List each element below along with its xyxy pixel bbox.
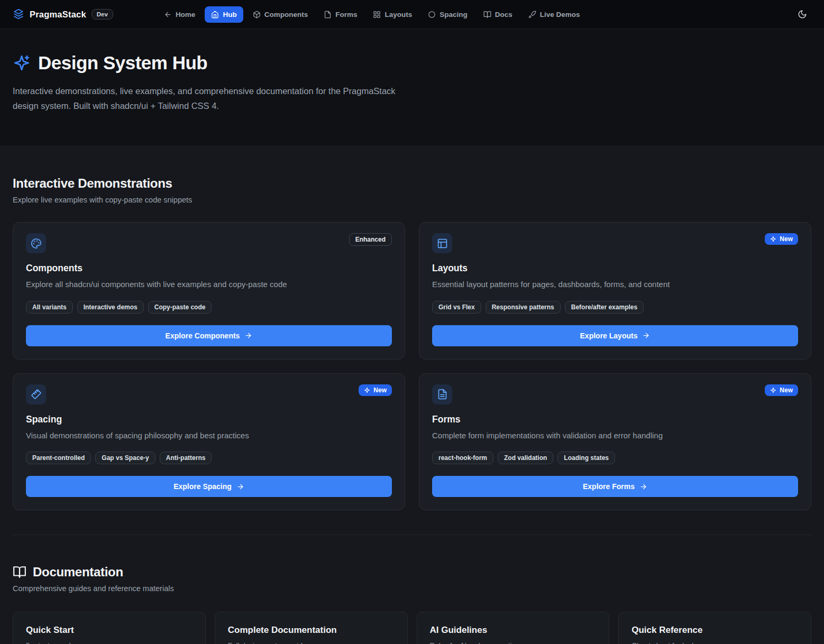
- card-description: Explore all shadcn/ui components with li…: [26, 279, 392, 291]
- sparkles-icon: [13, 54, 31, 72]
- tag: Parent-controlled: [26, 452, 91, 464]
- nav-item-layouts[interactable]: Layouts: [367, 6, 418, 23]
- panels-icon: [432, 233, 452, 253]
- book-open-icon: [13, 565, 26, 579]
- demo-card-grid: Enhanced Components Explore all shadcn/u…: [13, 222, 811, 510]
- doc-card-title: AI Guidelines: [430, 625, 597, 636]
- card-description: Complete form implementations with valid…: [432, 430, 798, 442]
- book-open-icon: [483, 11, 491, 19]
- doc-card-quick-reference[interactable]: Quick Reference Cheat sheet for lookups: [618, 612, 811, 644]
- tag-row: All variants Interactive demos Copy-past…: [26, 301, 392, 314]
- hero-section: Design System Hub Interactive demonstrat…: [0, 29, 824, 146]
- file-text-icon: [432, 384, 452, 404]
- nav-item-components[interactable]: Components: [246, 6, 315, 23]
- demos-section-subtitle: Explore live examples with copy-paste co…: [13, 196, 811, 204]
- tag: All variants: [26, 301, 73, 314]
- explore-layouts-button[interactable]: Explore Layouts: [432, 325, 798, 346]
- sparkles-icon: [770, 236, 776, 242]
- doc-card-title: Quick Start: [26, 625, 193, 636]
- demos-section-title: Interactive Demonstrations: [13, 176, 811, 191]
- card-title: Components: [26, 263, 392, 274]
- tag: react-hook-form: [432, 452, 493, 464]
- tag-row: react-hook-form Zod validation Loading s…: [432, 452, 798, 464]
- new-badge: New: [359, 384, 392, 396]
- cta-label: Explore Layouts: [580, 332, 638, 340]
- arrow-right-icon: [642, 332, 650, 339]
- tag: Zod validation: [498, 452, 553, 464]
- section-divider: [13, 535, 811, 535]
- nav-item-hub[interactable]: Hub: [205, 6, 243, 23]
- cta-label: Explore Components: [166, 332, 240, 340]
- tag-row: Parent-controlled Gap vs Space-y Anti-pa…: [26, 452, 392, 464]
- tag: Interactive demos: [77, 301, 144, 314]
- badge-label: New: [373, 387, 387, 394]
- main-content: Interactive Demonstrations Explore live …: [0, 176, 824, 644]
- badge-label: New: [780, 387, 793, 394]
- new-badge: New: [765, 233, 798, 245]
- brand[interactable]: PragmaStack Dev: [13, 8, 113, 20]
- nav-label: Live Demos: [540, 11, 580, 19]
- docs-title-text: Documentation: [33, 565, 123, 579]
- card-header: New: [432, 384, 798, 404]
- tag: Copy-paste code: [148, 301, 212, 314]
- cta-label: Explore Spacing: [173, 482, 232, 491]
- arrow-left-icon: [164, 11, 172, 19]
- doc-card-description: Cheat sheet for lookups: [631, 641, 798, 644]
- doc-card-ai-guidelines[interactable]: AI Guidelines Rules for AI code generati…: [417, 612, 610, 644]
- card-header: New: [432, 233, 798, 253]
- tag: Grid vs Flex: [432, 301, 481, 314]
- explore-forms-button[interactable]: Explore Forms: [432, 476, 798, 497]
- moon-icon: [798, 10, 807, 19]
- sparkles-icon: [770, 387, 776, 393]
- arrow-right-icon: [236, 483, 244, 491]
- explore-components-button[interactable]: Explore Components: [26, 325, 392, 346]
- enhanced-badge: Enhanced: [349, 233, 392, 246]
- nav-item-live-demos[interactable]: Live Demos: [522, 6, 587, 23]
- card-header: Enhanced: [26, 233, 392, 253]
- docs-section-subtitle: Comprehensive guides and reference mater…: [13, 584, 811, 593]
- palette-icon: [26, 233, 46, 253]
- tag: Gap vs Space-y: [95, 452, 155, 464]
- brand-name: PragmaStack: [30, 10, 86, 20]
- page-title: Design System Hub: [13, 52, 811, 73]
- nav-label: Spacing: [440, 11, 468, 19]
- tag: Responsive patterns: [486, 301, 561, 314]
- explore-spacing-button[interactable]: Explore Spacing: [26, 476, 392, 497]
- demo-card-layouts: New Layouts Essential layout patterns fo…: [419, 222, 811, 360]
- doc-card-description: 5-minute crash course: [26, 641, 193, 644]
- nav-label: Forms: [335, 11, 357, 19]
- card-description: Essential layout patterns for pages, das…: [432, 279, 798, 291]
- navbar: PragmaStack Dev Home Hub Components Form…: [0, 0, 824, 29]
- tag: Anti-patterns: [160, 452, 212, 464]
- docs-card-grid: Quick Start 5-minute crash course Comple…: [13, 612, 811, 644]
- nav-label: Layouts: [384, 11, 412, 19]
- page-title-text: Design System Hub: [38, 52, 207, 73]
- nav-label: Components: [264, 11, 308, 19]
- theme-toggle-button[interactable]: [793, 5, 811, 23]
- nav-item-forms[interactable]: Forms: [317, 6, 363, 23]
- nav-item-spacing[interactable]: Spacing: [422, 6, 474, 23]
- layers-icon: [13, 8, 24, 20]
- docs-section-title: Documentation: [13, 565, 811, 579]
- doc-card-description: Rules for AI code generation: [430, 641, 597, 644]
- tag: Before/after examples: [565, 301, 644, 314]
- doc-card-title: Complete Documentation: [228, 625, 395, 636]
- demo-card-forms: New Forms Complete form implementations …: [419, 373, 811, 511]
- dev-badge: Dev: [91, 9, 113, 20]
- rocket-icon: [528, 11, 536, 19]
- box-icon: [253, 11, 261, 19]
- doc-card-quick-start[interactable]: Quick Start 5-minute crash course: [13, 612, 206, 644]
- demo-card-components: Enhanced Components Explore all shadcn/u…: [13, 222, 405, 360]
- layout-grid-icon: [373, 11, 381, 19]
- doc-card-complete-documentation[interactable]: Complete Documentation Full design syste…: [215, 612, 408, 644]
- ruler-icon: [26, 384, 46, 404]
- card-description: Visual demonstrations of spacing philoso…: [26, 430, 392, 442]
- badge-label: New: [780, 235, 793, 243]
- nav-label: Docs: [495, 11, 512, 19]
- doc-card-description: Full design system guide: [228, 641, 395, 644]
- nav-item-docs[interactable]: Docs: [477, 6, 519, 23]
- nav-item-home[interactable]: Home: [158, 6, 202, 23]
- doc-card-title: Quick Reference: [631, 625, 798, 636]
- card-header: New: [26, 384, 392, 404]
- card-title: Spacing: [26, 414, 392, 425]
